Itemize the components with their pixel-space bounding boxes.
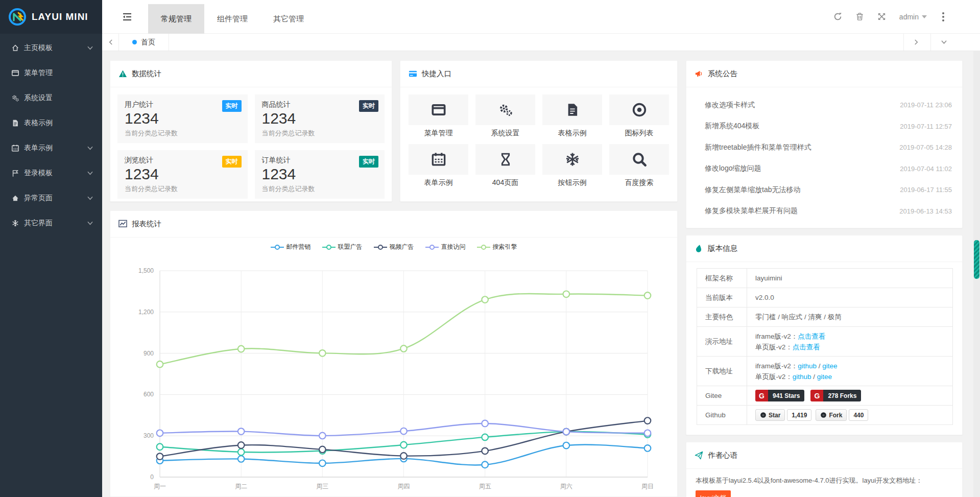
legend-item[interactable]: 直接访问	[425, 243, 466, 251]
download-line2-label: 单页版-v2：	[755, 373, 793, 381]
sidebar-item-system-settings[interactable]: 系统设置	[0, 85, 102, 110]
download-github-link[interactable]: github	[793, 373, 811, 381]
sidebar-menu: 主页模板 菜单管理 系统设置 表格示例 表单示例 登录	[0, 34, 102, 235]
sidebar-item-error-pages[interactable]: 异常页面	[0, 185, 102, 210]
legend-label: 邮件营销	[286, 243, 311, 251]
trash-icon[interactable]	[855, 12, 864, 21]
svg-text:1,500: 1,500	[138, 267, 154, 274]
legend-item[interactable]: 联盟广告	[322, 243, 363, 251]
quick-entry-form-demo[interactable]: 表单示例	[409, 144, 468, 188]
sidebar-item-menu-manage[interactable]: 菜单管理	[0, 60, 102, 85]
sidebar-item-other-ui[interactable]: 其它界面	[0, 210, 102, 235]
main-content: 数据统计 用户统计 1234 当前分类总记录数 实时 商品统计 1234 当前分…	[102, 51, 980, 497]
notice-item[interactable]: 新增系统404模板 2019-07-11 12:57	[686, 116, 962, 137]
search-icon	[632, 152, 647, 167]
layuimini-app: LAYUI MINI 主页模板 菜单管理 系统设置 表格示例 表单	[0, 0, 980, 497]
snowflake-icon	[565, 152, 580, 167]
panel-data-stats: 数据统计 用户统计 1234 当前分类总记录数 实时 商品统计 1234 当前分…	[110, 60, 392, 202]
version-row-label: 当前版本	[697, 288, 747, 307]
notice-item[interactable]: 修改logo缩放问题 2019-07-04 11:02	[686, 158, 962, 180]
nav-tab-other[interactable]: 其它管理	[260, 4, 317, 34]
quick-entry-baidu-search[interactable]: 百度搜索	[609, 144, 669, 188]
github-icon	[760, 412, 767, 418]
stat-card-users: 用户统计 1234 当前分类总记录数 实时	[117, 94, 248, 143]
quick-entry-table-demo[interactable]: 表格示例	[542, 94, 602, 139]
panel-title: 报表统计	[132, 219, 161, 229]
logo[interactable]: LAYUI MINI	[0, 0, 102, 34]
sidebar-item-label: 其它界面	[24, 219, 53, 228]
user-menu[interactable]: admin	[899, 13, 927, 21]
calendar-icon	[11, 144, 19, 152]
chevron-down-icon	[87, 171, 93, 175]
svg-text:1,200: 1,200	[138, 309, 154, 316]
scrollbar-thumb[interactable]	[974, 240, 979, 279]
download-gitee-link[interactable]: gitee	[817, 373, 832, 381]
legend-item[interactable]: 视频广告	[374, 243, 414, 251]
chevron-down-icon	[87, 146, 93, 150]
gitee-forks-badge[interactable]: G278 Forks	[810, 390, 861, 401]
collapse-menu-icon[interactable]	[123, 13, 132, 21]
panel-title: 快捷入口	[422, 69, 451, 79]
legend-item[interactable]: 搜索引擎	[477, 243, 517, 251]
sidebar-item-table-demo[interactable]: 表格示例	[0, 110, 102, 135]
sidebar-item-login-template[interactable]: 登录模板	[0, 160, 102, 185]
layui-doc-button[interactable]: layui文档	[696, 490, 731, 497]
tab-home[interactable]: 首页	[119, 34, 169, 51]
svg-text:周五: 周五	[479, 483, 491, 490]
quick-entry-404-page[interactable]: 404页面	[475, 144, 535, 188]
demo-link-iframe[interactable]: 点击查看	[798, 333, 825, 340]
file-icon	[11, 119, 19, 127]
window-icon	[431, 102, 446, 117]
notice-item[interactable]: 修改选项卡样式 2019-07-11 23:06	[686, 94, 962, 116]
stat-card-orders: 订单统计 1234 当前分类总记录数 实时	[255, 150, 385, 199]
sidebar-item-home-template[interactable]: 主页模板	[0, 35, 102, 60]
svg-text:周二: 周二	[235, 483, 247, 490]
panel-quick-entry: 快捷入口 菜单管理 系统设置 表格示例 图标列表	[400, 60, 678, 202]
table-row: 演示地址 iframe版-v2：点击查看 单页版-v2：点击查看	[697, 327, 953, 357]
gitee-stars-badge[interactable]: G941 Stars	[755, 390, 804, 401]
status-badge: 实时	[222, 156, 242, 168]
scrollbar-track[interactable]	[973, 51, 980, 497]
github-fork-button[interactable]: Fork	[816, 409, 847, 421]
notice-item[interactable]: 修复左侧菜单缩放tab无法移动 2019-06-17 11:55	[686, 179, 962, 201]
card-icon	[409, 69, 417, 78]
github-fork-count[interactable]: 440	[849, 409, 868, 421]
quick-entry-menu-manage[interactable]: 菜单管理	[409, 94, 468, 139]
quick-entry-label: 表格示例	[558, 129, 587, 139]
legend-item[interactable]: 邮件营销	[271, 243, 311, 251]
tab-home-label: 首页	[141, 38, 155, 47]
window-icon	[11, 69, 19, 77]
download-github-link[interactable]: github	[798, 362, 817, 370]
calendar-icon	[431, 152, 446, 167]
table-row: 下载地址 iframe版-v2：github / gitee 单页版-v2：gi…	[697, 357, 953, 386]
notice-item[interactable]: 新增treetable插件和菜单管理样式 2019-07-05 14:28	[686, 137, 962, 158]
github-star-count[interactable]: 1,419	[787, 409, 811, 421]
demo-link-spa[interactable]: 点击查看	[793, 343, 820, 351]
fullscreen-icon[interactable]	[877, 12, 886, 21]
download-gitee-link[interactable]: gitee	[822, 362, 837, 370]
stat-cards: 用户统计 1234 当前分类总记录数 实时 商品统计 1234 当前分类总记录数…	[110, 87, 392, 206]
notice-item[interactable]: 修复多模块菜单栏展开有问题 2019-06-13 14:53	[686, 201, 962, 222]
version-row-value: G941 StarsG278 Forks	[747, 386, 953, 406]
github-star-button[interactable]: Star	[755, 409, 785, 421]
panel-version-header: 版本信息	[686, 235, 962, 262]
nav-tab-general[interactable]: 常规管理	[148, 4, 204, 34]
panel-notice-header: 系统公告	[686, 61, 962, 87]
sidebar-item-label: 表格示例	[24, 119, 53, 128]
quick-entry-icon-list[interactable]: 图标列表	[609, 94, 669, 139]
table-row: Gitee G941 StarsG278 Forks	[697, 386, 953, 406]
notice-text: 新增treetable插件和菜单管理样式	[705, 143, 899, 152]
panel-version-info: 版本信息 框架名称 layuimini 当前版本 v2.0.0 主要特色 零门槛…	[686, 235, 963, 435]
nav-tab-components[interactable]: 组件管理	[204, 4, 260, 34]
quick-entry-label: 按钮示例	[558, 178, 587, 188]
refresh-icon[interactable]	[833, 12, 842, 21]
quick-entry-button-demo[interactable]: 按钮示例	[542, 144, 602, 188]
more-menu-icon[interactable]	[940, 10, 946, 23]
sidebar-item-form-demo[interactable]: 表单示例	[0, 135, 102, 160]
tabs-scroll-right-button[interactable]	[903, 34, 929, 51]
table-row: 当前版本 v2.0.0	[697, 288, 953, 307]
tabs-menu-button[interactable]	[930, 34, 957, 51]
panel-title: 作者心语	[708, 451, 737, 460]
tabs-scroll-left-button[interactable]	[102, 34, 119, 51]
quick-entry-system-settings[interactable]: 系统设置	[475, 94, 535, 139]
